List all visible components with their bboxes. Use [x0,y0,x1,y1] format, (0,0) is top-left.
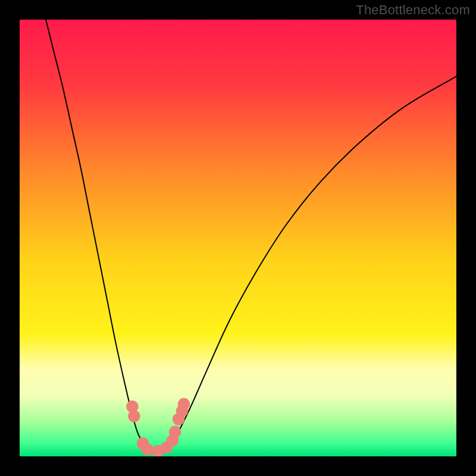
data-marker [128,410,140,422]
gradient-background [20,20,456,456]
data-marker [178,398,190,411]
plot-area [20,20,456,456]
watermark-text: TheBottleneck.com [356,2,470,18]
data-marker [141,443,154,456]
data-marker [169,426,181,439]
plot-svg [20,20,456,456]
chart-container: TheBottleneck.com [0,0,476,476]
